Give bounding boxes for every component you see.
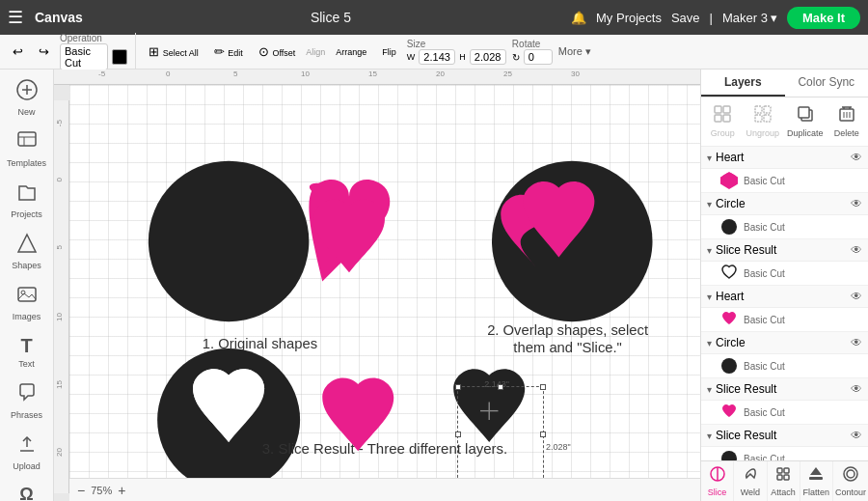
- layer-item[interactable]: Basic Cut: [701, 308, 868, 332]
- layer-header-heart-1[interactable]: ▾ Heart 👁: [701, 147, 868, 169]
- sidebar-item-shapes[interactable]: Shapes: [4, 227, 50, 276]
- sidebar-item-projects[interactable]: Projects: [4, 176, 50, 225]
- layer-header-slice-result-1[interactable]: ▾ Slice Result 👁: [701, 239, 868, 262]
- canvas-bottom-bar: − 75% +: [69, 478, 700, 501]
- attach-button[interactable]: Attach: [768, 461, 800, 501]
- layer-cut-label: Basic Cut: [744, 361, 862, 372]
- templates-icon: [16, 130, 38, 156]
- contour-button[interactable]: Contour: [833, 461, 868, 501]
- sidebar-label-phrases: Phrases: [11, 410, 42, 420]
- eye-icon[interactable]: 👁: [851, 197, 862, 210]
- svg-point-48: [844, 467, 857, 481]
- eye-icon[interactable]: 👁: [851, 429, 862, 442]
- sidebar-item-upload[interactable]: Upload: [4, 428, 50, 477]
- layer-header-heart-2[interactable]: ▾ Heart 👁: [701, 286, 868, 308]
- layer-item[interactable]: Basic Cut: [701, 262, 868, 286]
- redo-button[interactable]: ↪: [34, 42, 54, 62]
- layer-thumbnail: [720, 218, 738, 236]
- more-button[interactable]: More ▾: [558, 45, 591, 58]
- eye-icon[interactable]: 👁: [851, 382, 862, 396]
- save-button[interactable]: Save: [671, 11, 700, 25]
- select-all-icon: ⊞: [149, 44, 159, 59]
- zoom-out-button[interactable]: −: [77, 483, 85, 498]
- duplicate-icon: [797, 105, 814, 126]
- slice-button[interactable]: Slice: [701, 461, 734, 501]
- width-input[interactable]: [419, 49, 455, 65]
- weld-button[interactable]: Weld: [734, 461, 767, 501]
- eye-icon[interactable]: 👁: [851, 243, 862, 257]
- sidebar-item-new[interactable]: New: [4, 73, 50, 123]
- svg-marker-6: [18, 235, 36, 252]
- zoom-level: 75%: [91, 485, 112, 496]
- delete-button[interactable]: Delete: [829, 101, 864, 142]
- attach-icon: [774, 465, 792, 487]
- svg-rect-28: [799, 107, 809, 118]
- offset-button[interactable]: ⊙ Offset: [254, 42, 300, 62]
- height-input[interactable]: [470, 49, 506, 65]
- flip-button[interactable]: Flip: [377, 44, 401, 60]
- slice-icon: [709, 465, 726, 487]
- edit-button[interactable]: ✏ Edit: [209, 42, 248, 62]
- canvas-area[interactable]: -5 0 5 10 15 20 25 30 -5 0 5 10 15 20: [54, 70, 700, 501]
- layer-item[interactable]: Basic Cut: [701, 447, 868, 460]
- chevron-icon: ▾: [707, 384, 712, 395]
- hamburger-menu[interactable]: ☰: [8, 7, 23, 28]
- layer-header-circle-1[interactable]: ▾ Circle 👁: [701, 193, 868, 215]
- phrases-icon: [16, 382, 38, 408]
- select-all-button[interactable]: ⊞ Select All: [144, 42, 203, 62]
- bell-icon[interactable]: 🔔: [571, 11, 586, 25]
- svg-rect-44: [777, 475, 782, 480]
- svg-marker-47: [810, 467, 822, 475]
- layer-header-circle-2[interactable]: ▾ Circle 👁: [701, 332, 868, 354]
- flatten-button[interactable]: Flatten: [800, 461, 833, 501]
- flatten-icon: [807, 465, 825, 487]
- sidebar-item-text[interactable]: T Text: [4, 329, 50, 375]
- ungroup-button[interactable]: Ungroup: [744, 101, 781, 142]
- svg-rect-25: [755, 115, 762, 122]
- svg-rect-26: [764, 115, 771, 122]
- sidebar-label-text: Text: [18, 359, 35, 369]
- sidebar-item-phrases[interactable]: Phrases: [4, 376, 50, 426]
- undo-button[interactable]: ↩: [8, 42, 28, 62]
- svg-point-36: [721, 219, 737, 235]
- maker-selector[interactable]: Maker 3 ▾: [722, 11, 777, 25]
- sidebar-item-monogram[interactable]: Ω Monogram: [4, 479, 50, 501]
- operation-value[interactable]: Basic Cut: [60, 43, 108, 70]
- layer-item[interactable]: Basic Cut: [701, 169, 868, 193]
- monogram-icon: Ω: [19, 485, 33, 501]
- svg-text:them and "Slice.": them and "Slice.": [513, 340, 622, 355]
- sidebar-item-templates[interactable]: Templates: [4, 125, 50, 174]
- tab-color-sync[interactable]: Color Sync: [785, 70, 869, 97]
- layer-item[interactable]: Basic Cut: [701, 354, 868, 378]
- layer-header-slice-result-3[interactable]: ▾ Slice Result 👁: [701, 425, 868, 447]
- offset-icon: ⊙: [258, 44, 269, 59]
- eye-icon[interactable]: 👁: [851, 290, 862, 303]
- text-icon: T: [20, 335, 32, 357]
- group-icon: [714, 105, 731, 126]
- tab-layers[interactable]: Layers: [701, 70, 785, 97]
- make-it-button[interactable]: Make It: [787, 7, 860, 29]
- eye-icon[interactable]: 👁: [851, 151, 862, 164]
- rotate-input[interactable]: [524, 49, 553, 65]
- zoom-in-button[interactable]: +: [118, 483, 125, 498]
- app-title: Canvas: [35, 10, 83, 25]
- layer-item[interactable]: Basic Cut: [701, 401, 868, 425]
- layer-header-slice-result-2[interactable]: ▾ Slice Result 👁: [701, 378, 868, 401]
- contour-icon: [842, 465, 859, 487]
- canvas-content[interactable]: 1. Original shapes 2. Overlap shapes, se…: [69, 85, 700, 478]
- group-button[interactable]: Group: [705, 101, 740, 142]
- color-swatch[interactable]: [112, 49, 127, 65]
- toolbar: ↩ ↪ Operation Basic Cut ⊞ Select All ✏ E…: [0, 35, 868, 70]
- layer-name: Slice Result: [716, 382, 847, 396]
- eye-icon[interactable]: 👁: [851, 336, 862, 349]
- layer-item[interactable]: Basic Cut: [701, 215, 868, 239]
- ruler-top: -5 0 5 10 15 20 25 30: [54, 70, 700, 85]
- size-label: Size: [407, 39, 506, 49]
- duplicate-button[interactable]: Duplicate: [785, 101, 826, 142]
- arrange-button[interactable]: Arrange: [331, 44, 371, 60]
- sidebar-item-images[interactable]: Images: [4, 278, 50, 327]
- chevron-down-icon: ▾: [771, 11, 777, 25]
- my-projects-link[interactable]: My Projects: [596, 11, 662, 25]
- operation-label: Operation: [60, 33, 127, 43]
- new-icon: [16, 79, 38, 105]
